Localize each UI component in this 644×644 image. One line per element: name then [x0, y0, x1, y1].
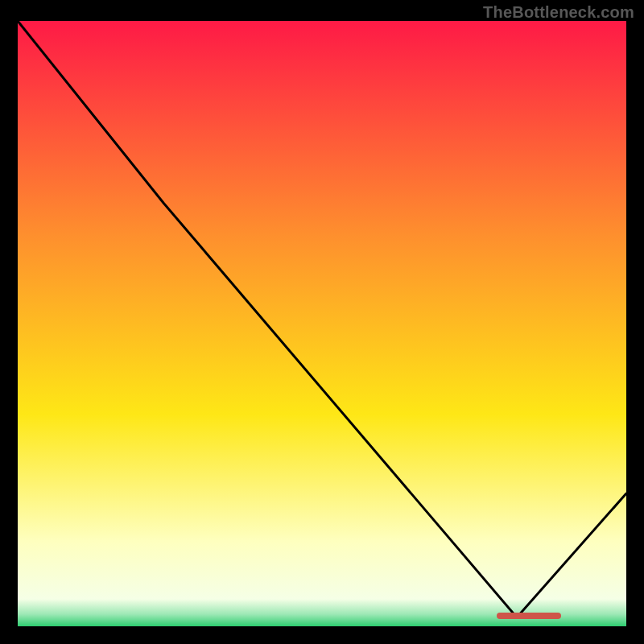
plot-area: [18, 21, 626, 626]
optimum-marker: [497, 613, 561, 619]
chart-frame: TheBottleneck.com: [0, 0, 644, 644]
watermark-text: TheBottleneck.com: [483, 3, 634, 22]
curve-line: [18, 21, 626, 626]
